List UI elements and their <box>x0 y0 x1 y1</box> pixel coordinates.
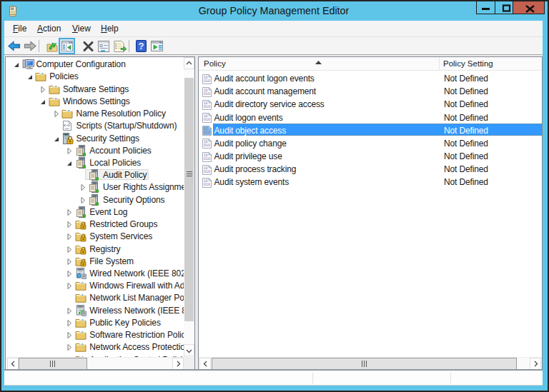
svg-text:010: 010 <box>204 131 210 135</box>
svg-text:010: 010 <box>204 118 210 122</box>
svg-text:010: 010 <box>204 170 210 174</box>
svg-text:010: 010 <box>204 79 210 84</box>
svg-text:010: 010 <box>204 183 210 187</box>
svg-text:010: 010 <box>204 157 210 161</box>
svg-text:010: 010 <box>204 92 210 96</box>
svg-text:?: ? <box>139 41 144 51</box>
svg-text:010: 010 <box>204 144 210 148</box>
svg-text:010: 010 <box>204 105 210 109</box>
